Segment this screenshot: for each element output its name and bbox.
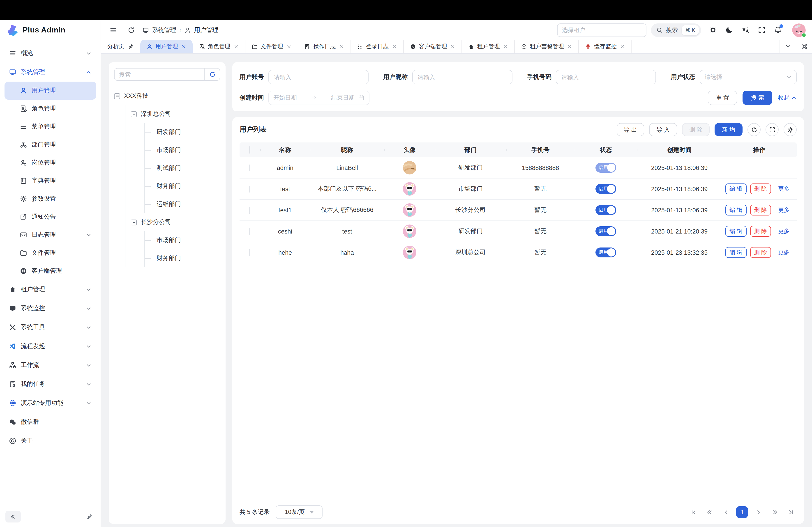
user-account-input[interactable]: [269, 70, 368, 84]
sidebar-item-menu-management[interactable]: 菜单管理: [4, 118, 96, 136]
sidebar-item-tenant-management[interactable]: 租户管理: [4, 280, 96, 299]
tree-node-leaf[interactable]: 财务部门: [145, 177, 220, 195]
prev-10-pages-button[interactable]: [704, 506, 715, 518]
tree-search-input[interactable]: [115, 71, 204, 78]
tree-node-branch[interactable]: 长沙分公司: [126, 213, 220, 231]
collapse-box-icon[interactable]: [131, 219, 137, 225]
sidebar-item-notice[interactable]: 通知公告: [4, 208, 96, 226]
close-icon[interactable]: [450, 44, 455, 49]
row-checkbox[interactable]: [249, 249, 250, 256]
close-icon[interactable]: [620, 44, 625, 49]
select-all-checkbox[interactable]: [249, 146, 250, 154]
sidebar-item-file-management[interactable]: 文件管理: [4, 244, 96, 262]
delete-row-button[interactable]: 删 除: [750, 205, 771, 215]
add-button[interactable]: 新 增: [715, 123, 742, 136]
close-icon[interactable]: [339, 44, 344, 49]
sidebar-item-client-management[interactable]: 客户端管理: [4, 262, 96, 280]
delete-row-button[interactable]: 删 除: [750, 226, 771, 237]
user-status-select[interactable]: 请选择: [700, 70, 797, 84]
row-checkbox[interactable]: [249, 207, 250, 213]
collapse-box-icon[interactable]: [131, 111, 137, 117]
hamburger-menu-button[interactable]: [106, 23, 120, 37]
collapse-filter-link[interactable]: 收起: [778, 94, 797, 102]
sidebar-item-demo-features[interactable]: 演示站专用功能: [4, 394, 96, 412]
delete-button[interactable]: 删 除: [682, 123, 710, 136]
language-button[interactable]: [738, 23, 752, 37]
sidebar-item-my-tasks[interactable]: 我的任务: [4, 375, 96, 394]
more-button[interactable]: 更多: [774, 183, 793, 194]
tab-user-management[interactable]: 用户管理: [140, 40, 192, 53]
tab-analysis[interactable]: 分析页: [101, 40, 140, 53]
tab-cache-monitor[interactable]: 缓存监控: [579, 40, 632, 53]
breadcrumb-section[interactable]: 系统管理: [152, 26, 176, 34]
sidebar-item-about[interactable]: 关于: [4, 432, 96, 450]
user-nickname-input[interactable]: [412, 70, 512, 84]
tab-role-management[interactable]: 角色管理: [192, 40, 245, 53]
close-icon[interactable]: [233, 44, 238, 49]
table-refresh-button[interactable]: [748, 123, 760, 136]
first-page-button[interactable]: [687, 506, 699, 518]
refresh-page-button[interactable]: [125, 23, 138, 37]
phone-number-input[interactable]: [556, 70, 656, 84]
tree-node-root[interactable]: XXX科技: [114, 87, 220, 105]
tree-node-leaf[interactable]: 研发部门: [145, 123, 220, 141]
tab-login-log[interactable]: 登录日志: [351, 40, 404, 53]
sidebar-item-flow-start[interactable]: 流程发起: [4, 337, 96, 356]
import-button[interactable]: 导 入: [649, 123, 677, 136]
tree-node-leaf[interactable]: 运维部门: [145, 195, 220, 213]
sidebar-item-overview[interactable]: 概览: [4, 44, 96, 63]
tab-file-management[interactable]: 文件管理: [245, 40, 298, 53]
sidebar-item-role-management[interactable]: 角色管理: [4, 100, 96, 118]
current-page-button[interactable]: 1: [736, 506, 748, 518]
sidebar-collapse-button[interactable]: [5, 511, 21, 523]
more-button[interactable]: 更多: [774, 247, 793, 258]
tree-node-leaf[interactable]: 市场部门: [145, 231, 220, 249]
user-avatar[interactable]: [792, 23, 806, 37]
tab-tenant-package[interactable]: 租户套餐管理: [515, 40, 579, 53]
delete-row-button[interactable]: 删 除: [750, 247, 771, 258]
tree-node-leaf[interactable]: 财务部门: [145, 249, 220, 267]
tab-tenant-management[interactable]: 租户管理: [462, 40, 515, 53]
sidebar-pin-button[interactable]: [84, 511, 95, 523]
last-page-button[interactable]: [785, 506, 797, 518]
tree-refresh-button[interactable]: [204, 69, 220, 80]
sidebar-item-user-management[interactable]: 用户管理: [4, 81, 96, 100]
dark-mode-button[interactable]: [722, 23, 736, 37]
more-button[interactable]: 更多: [774, 205, 793, 215]
export-button[interactable]: 导 出: [617, 123, 644, 136]
table-settings-button[interactable]: [784, 123, 797, 136]
status-toggle[interactable]: 启用: [595, 226, 616, 236]
page-size-select[interactable]: 10条/页: [276, 506, 323, 519]
row-checkbox[interactable]: [249, 164, 250, 171]
sidebar-item-system-tools[interactable]: 系统工具: [4, 318, 96, 337]
more-button[interactable]: 更多: [774, 226, 793, 237]
next-page-button[interactable]: [752, 506, 764, 518]
collapse-box-icon[interactable]: [114, 93, 120, 99]
close-icon[interactable]: [392, 44, 397, 49]
tree-node-leaf[interactable]: 测试部门: [145, 159, 220, 177]
settings-button[interactable]: [706, 23, 720, 37]
status-toggle[interactable]: 启用: [595, 163, 616, 173]
edit-button[interactable]: 编 辑: [725, 205, 746, 215]
sidebar-item-system-management[interactable]: 系统管理: [4, 63, 96, 81]
sidebar-item-dict-management[interactable]: 字典管理: [4, 172, 96, 190]
row-checkbox[interactable]: [249, 228, 250, 235]
close-icon[interactable]: [181, 44, 186, 49]
tab-client-management[interactable]: 客户端管理: [404, 40, 462, 53]
tree-node-leaf[interactable]: 市场部门: [145, 141, 220, 159]
delete-row-button[interactable]: 删 除: [750, 183, 771, 194]
close-icon[interactable]: [567, 44, 572, 49]
status-toggle[interactable]: 启用: [595, 205, 616, 215]
edit-button[interactable]: 编 辑: [725, 183, 746, 194]
tab-list-dropdown-button[interactable]: [780, 40, 796, 53]
next-10-pages-button[interactable]: [769, 506, 780, 518]
tenant-select-input[interactable]: [557, 23, 646, 37]
sidebar-item-department-management[interactable]: 部门管理: [4, 136, 96, 154]
search-button[interactable]: 搜 索: [743, 91, 772, 105]
sidebar-item-system-monitor[interactable]: 系统监控: [4, 299, 96, 318]
sidebar-item-log-management[interactable]: 日志管理: [4, 226, 96, 244]
sidebar-item-param-settings[interactable]: 参数设置: [4, 190, 96, 208]
created-date-range-picker[interactable]: 开始日期 结束日期: [269, 91, 369, 105]
close-icon[interactable]: [286, 44, 291, 49]
content-fullscreen-button[interactable]: [796, 40, 812, 53]
